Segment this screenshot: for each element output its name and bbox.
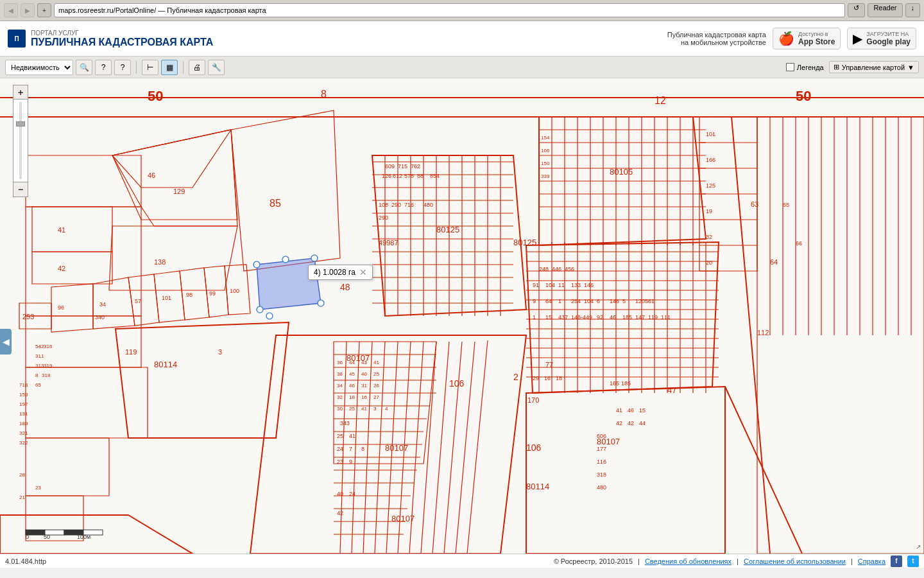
zoom-in-button[interactable]: + [13, 85, 28, 100]
svg-text:253: 253 [22, 313, 34, 320]
svg-text:64: 64 [770, 258, 778, 266]
svg-text:46: 46 [148, 171, 155, 179]
header-right: Публичная кадастровая картана мобильном … [667, 28, 916, 49]
svg-text:32: 32 [706, 234, 712, 240]
legend-checkbox [786, 63, 794, 71]
svg-text:38: 38 [337, 371, 343, 377]
control-point[interactable] [253, 261, 260, 268]
zoom-slider[interactable] [13, 100, 28, 182]
svg-text:150: 150 [541, 161, 550, 166]
googleplay-badge[interactable]: ▶ ЗАГРУЗИТЕ НА Google play [847, 28, 916, 49]
footer-right: © Росреестр, 2010-2015 | Сведения об обн… [554, 556, 919, 567]
svg-text:112: 112 [757, 329, 769, 337]
svg-text:290: 290 [379, 215, 388, 221]
svg-text:166: 166 [706, 157, 715, 163]
zoom-track [19, 102, 22, 179]
settings-btn[interactable]: 🔧 [208, 60, 225, 75]
control-point[interactable] [266, 313, 273, 319]
svg-text:12: 12 [654, 95, 666, 106]
svg-text:106: 106 [526, 442, 542, 453]
svg-text:8: 8 [35, 372, 38, 378]
svg-text:40: 40 [361, 371, 367, 377]
print-btn[interactable]: 🖨 [189, 60, 205, 75]
svg-text:25: 25 [373, 371, 379, 377]
svg-text:7: 7 [349, 446, 352, 452]
reader-button[interactable]: Reader [868, 3, 902, 17]
svg-text:318: 318 [42, 372, 51, 378]
address-bar[interactable] [54, 3, 845, 17]
appstore-badge[interactable]: 🍎 Доступно в App Store [773, 28, 841, 49]
measurement-close-button[interactable]: ✕ [359, 267, 367, 277]
svg-text:480: 480 [597, 484, 606, 491]
footer-sep2: | [737, 557, 739, 565]
svg-text:29: 29 [533, 375, 539, 381]
svg-text:8: 8 [321, 89, 327, 100]
legend-toggle[interactable]: Легенда [786, 63, 824, 71]
svg-text:129: 129 [173, 188, 185, 195]
zoom-thumb[interactable] [16, 121, 25, 127]
svg-text:11: 11 [558, 282, 565, 288]
logo-area: ПОРТАЛ УСЛУГ ПУБЛИЧНАЯ КАДАСТРОВАЯ КАРТА [31, 30, 213, 48]
svg-text:46: 46 [349, 383, 355, 389]
svg-text:88: 88 [417, 173, 424, 179]
svg-text:316: 316 [44, 344, 53, 349]
back-button[interactable]: ◀ [4, 3, 18, 17]
svg-text:318: 318 [597, 471, 606, 478]
svg-text:153: 153 [19, 392, 28, 398]
svg-text:44: 44 [639, 420, 646, 426]
svg-text:41: 41 [58, 226, 65, 234]
svg-text:254: 254 [571, 298, 581, 304]
left-panel-toggle[interactable]: ◀ [0, 329, 12, 355]
property-type-select[interactable]: Недвижимость [5, 60, 73, 75]
footer-link-help[interactable]: Справка [858, 557, 886, 565]
reload-button[interactable]: ↺ [848, 3, 865, 17]
svg-text:3: 3 [218, 348, 222, 356]
scale-bar-svg: 0 50 100м [13, 525, 116, 541]
search-tool-btn[interactable]: 🔍 [76, 60, 92, 75]
svg-text:480: 480 [424, 202, 433, 208]
footer-version: 4.01.484.http [5, 557, 46, 565]
svg-text:98: 98 [186, 292, 193, 298]
svg-text:16: 16 [544, 375, 551, 381]
svg-text:154: 154 [541, 135, 550, 141]
zoom-out-button[interactable]: − [13, 182, 28, 197]
svg-text:138: 138 [154, 258, 166, 266]
twitter-icon[interactable]: t [907, 556, 919, 567]
svg-text:66: 66 [796, 240, 802, 247]
info-tool-btn[interactable]: ? [95, 60, 112, 75]
svg-text:99: 99 [209, 290, 216, 297]
zoom-controls: + − [13, 85, 28, 197]
svg-text:46: 46 [628, 407, 634, 414]
download-button[interactable]: ↓ [905, 3, 921, 17]
footer-link-updates[interactable]: Сведения об обновлениях [645, 557, 732, 565]
svg-text:41: 41 [361, 406, 367, 412]
svg-text:718: 718 [19, 382, 28, 388]
svg-text:47: 47 [667, 385, 676, 395]
measure-distance-btn[interactable]: ⊢ [142, 60, 158, 75]
svg-text:77: 77 [545, 361, 553, 369]
forward-button[interactable]: ▶ [21, 3, 35, 17]
svg-text:339: 339 [541, 173, 550, 179]
svg-text:57: 57 [135, 298, 141, 304]
svg-text:23: 23 [337, 459, 343, 465]
manage-map-btn[interactable]: ⊞ Управление картой ▼ [829, 61, 919, 73]
svg-text:101: 101 [706, 131, 715, 137]
svg-text:41: 41 [349, 433, 355, 439]
help-tool-btn[interactable]: ? [114, 60, 131, 75]
svg-text:311: 311 [35, 353, 44, 359]
footer-link-agreement[interactable]: Соглашение об использовании [744, 557, 846, 565]
control-point[interactable] [282, 256, 289, 263]
control-point[interactable] [311, 255, 318, 261]
measure-area-btn[interactable]: ▦ [161, 60, 178, 75]
svg-text:27: 27 [373, 394, 379, 400]
svg-text:106: 106 [541, 148, 550, 153]
svg-text:30: 30 [337, 406, 343, 412]
svg-text:91: 91 [533, 282, 539, 288]
map-container[interactable]: 50 50 129 46 138 41 42 253 [0, 78, 924, 554]
control-point[interactable] [257, 306, 263, 313]
facebook-icon[interactable]: f [891, 556, 902, 567]
svg-text:4: 4 [385, 406, 388, 412]
control-point[interactable] [318, 300, 324, 306]
svg-text:42: 42 [337, 510, 343, 516]
new-tab-button[interactable]: + [37, 3, 51, 17]
